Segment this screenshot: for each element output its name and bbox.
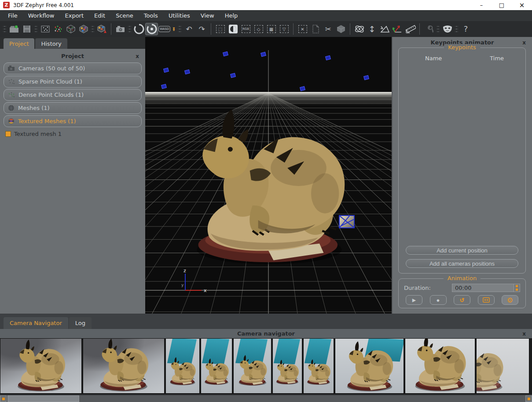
gyroscope-icon[interactable] — [353, 23, 366, 35]
project-item-textured-meshes[interactable]: Textured Meshes (1) — [4, 115, 142, 127]
project-item-label: Textured Meshes (1) — [18, 118, 76, 124]
settings-button[interactable]: ⚙ — [502, 295, 518, 305]
textured-mesh-model[interactable] — [186, 106, 353, 267]
flip-normals-icon[interactable] — [378, 23, 391, 35]
tools-wrench-icon[interactable] — [422, 23, 435, 35]
render-video-button[interactable] — [478, 295, 495, 305]
camera-thumbnail[interactable] — [335, 338, 404, 394]
spin-down-icon[interactable] — [516, 289, 518, 291]
camera-thumbnail[interactable] — [272, 338, 302, 394]
mask-editor-icon[interactable] — [441, 23, 454, 35]
maximize-button[interactable]: □ — [492, 0, 512, 10]
camera-thumbnail[interactable] — [0, 338, 82, 394]
toolbar-separator — [3, 24, 6, 34]
camera-thumbnail[interactable] — [201, 338, 232, 394]
mesh-extraction-icon[interactable] — [64, 23, 77, 35]
menu-edit[interactable]: Edit — [89, 10, 110, 21]
cut-selection-icon[interactable]: ✂ — [322, 23, 334, 35]
main-area: Project History Project x Cameras (50 ou… — [0, 37, 532, 314]
move-vertical-icon[interactable]: ↕ — [366, 23, 378, 35]
select-rectangle-icon[interactable]: ⬚ — [214, 23, 227, 35]
column-name: Name — [399, 55, 468, 62]
sparse-point-cloud-icon — [8, 79, 15, 84]
tab-history[interactable]: History — [35, 38, 67, 49]
horizon-fog — [145, 92, 392, 106]
tab-log[interactable]: Log — [69, 317, 92, 329]
menu-view[interactable]: View — [195, 10, 220, 21]
minimize-button[interactable]: – — [471, 0, 492, 10]
keypoints-animator-close-icon[interactable]: x — [522, 38, 526, 48]
scrollbar-thumb[interactable] — [7, 395, 79, 402]
textured-mesh-1-item[interactable]: Textured mesh 1 — [5, 131, 140, 137]
help-icon[interactable]: ? — [459, 23, 472, 35]
tab-project[interactable]: Project — [4, 38, 34, 49]
menu-tools[interactable]: Tools — [139, 10, 163, 21]
project-item-sparse-cloud[interactable]: Sparse Point Cloud (1) — [4, 76, 142, 88]
select-contrast-icon[interactable] — [227, 23, 239, 35]
viewport-3d[interactable]: z x y — [145, 37, 392, 314]
select-polygon-icon[interactable]: ▽ — [278, 23, 290, 35]
menu-export[interactable]: Export — [59, 10, 89, 21]
duration-input[interactable]: 00:00 — [452, 284, 520, 292]
open-project-icon[interactable] — [7, 23, 20, 35]
menu-workflow[interactable]: Workflow — [23, 10, 60, 21]
scroll-left-button[interactable] — [0, 395, 7, 402]
duration-spinner[interactable] — [514, 284, 520, 292]
camera-thumbnail[interactable] — [233, 338, 272, 394]
project-item-label: Meshes (1) — [18, 105, 50, 111]
project-item-meshes[interactable]: Meshes (1) — [4, 102, 142, 114]
menu-file[interactable]: File — [3, 10, 23, 21]
textured-mesh-icon[interactable] — [77, 23, 90, 35]
camera-viewer-icon[interactable] — [114, 23, 127, 35]
app-logo-icon: Z — [3, 2, 10, 8]
camera-thumbnail[interactable] — [476, 338, 529, 394]
select-rgb-label: RGB — [242, 25, 250, 33]
tab-camera-navigator[interactable]: Camera Navigator — [4, 317, 68, 329]
deselect-icon[interactable]: ✕ — [296, 23, 309, 35]
add-all-cameras-positions-button[interactable]: Add all cameras positions — [406, 259, 518, 268]
dense-point-cloud-icon[interactable] — [51, 23, 64, 35]
camera-thumbnail[interactable] — [165, 338, 200, 394]
keypoints-list-empty[interactable] — [399, 62, 525, 238]
project-item-dense-cloud[interactable]: Dense Point Clouds (1) — [4, 89, 142, 101]
project-item-cameras[interactable]: Cameras (50 out of 50) — [4, 62, 142, 74]
project-panel-close-icon[interactable]: x — [136, 51, 139, 61]
rotate-free-icon[interactable] — [132, 23, 145, 35]
camera-thumbnail[interactable] — [405, 338, 475, 394]
measurement-icon[interactable] — [404, 23, 417, 35]
bottom-tab-bar: Camera Navigator Log — [4, 317, 92, 329]
camera-thumbnail[interactable] — [303, 338, 334, 394]
redo-icon[interactable]: ↷ — [195, 23, 208, 35]
world-axes-icon[interactable] — [391, 23, 404, 35]
thumbnail-scrollbar[interactable] — [0, 395, 532, 402]
scroll-right-button[interactable] — [525, 395, 532, 402]
wasd-mode-icon[interactable]: WASD — [158, 23, 171, 35]
save-project-icon[interactable] — [20, 23, 33, 35]
bounding-box-icon[interactable] — [334, 23, 347, 35]
sparse-point-cloud-icon[interactable] — [39, 23, 51, 35]
select-quad-icon[interactable]: ◇ — [252, 23, 265, 35]
spin-up-icon[interactable] — [516, 285, 518, 287]
window-title: 3DF Zephyr Free 4.001 — [13, 2, 74, 8]
camera-navigator-close-icon[interactable]: x — [522, 329, 526, 339]
select-plane-glyph — [312, 25, 319, 33]
record-button[interactable]: ● — [430, 295, 447, 305]
close-button[interactable]: × — [512, 0, 532, 10]
mesh-export-alert-icon[interactable] — [95, 23, 108, 35]
menu-scene[interactable]: Scene — [110, 10, 139, 21]
add-current-position-button[interactable]: Add current position — [406, 246, 518, 255]
camera-thumbnail[interactable] — [83, 338, 165, 394]
rotate-turntable-icon[interactable] — [145, 23, 158, 35]
play-button[interactable]: ▶ — [406, 295, 422, 305]
select-plane-icon[interactable] — [309, 23, 322, 35]
menu-utilities[interactable]: Utilities — [163, 10, 195, 21]
select-rgb-icon[interactable]: RGB — [239, 23, 252, 35]
scrollbar-track[interactable] — [7, 395, 525, 402]
selected-camera-marker[interactable] — [339, 215, 355, 228]
undo-icon[interactable]: ↶ — [183, 23, 195, 35]
camera-thumbnail-strip — [0, 338, 532, 395]
select-dense-icon[interactable]: ▦ — [265, 23, 278, 35]
loop-button[interactable]: ↺ — [454, 295, 470, 305]
toolbar-overflow-icon[interactable]: ▾▾ — [171, 23, 177, 35]
menu-help[interactable]: Help — [220, 10, 243, 21]
